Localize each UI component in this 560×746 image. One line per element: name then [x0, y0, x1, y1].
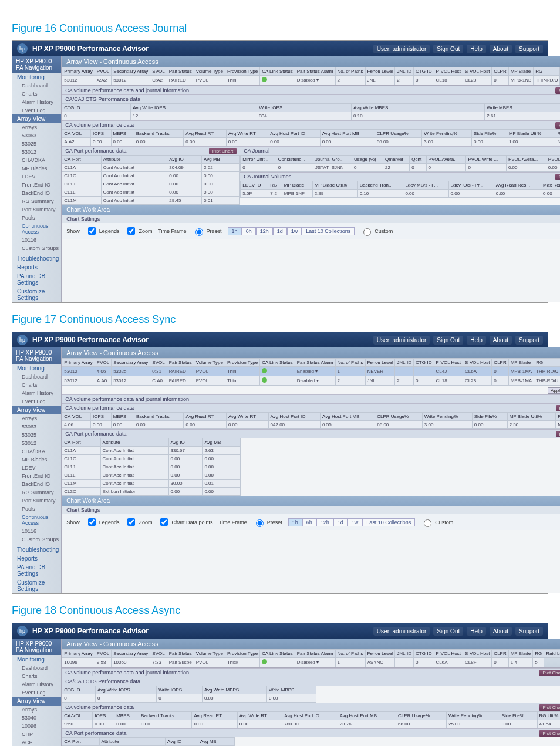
nav-pa-db[interactable]: PA and DB Settings — [12, 563, 61, 578]
tree-53025[interactable]: 53025 — [12, 431, 61, 439]
nav-monitoring[interactable]: Monitoring — [12, 655, 61, 664]
tree-pools[interactable]: Pools — [12, 505, 61, 513]
help-link[interactable]: Help — [467, 627, 486, 636]
nav-event-log[interactable]: Event Log — [12, 397, 61, 406]
about-link[interactable]: About — [490, 627, 512, 636]
plot-chart-button[interactable]: Plot Chart — [539, 730, 560, 737]
support-link[interactable]: Support — [515, 45, 543, 53]
tree-ldev[interactable]: LDEV — [12, 464, 61, 472]
plot-chart-button[interactable]: Plot Chart — [556, 405, 560, 411]
tf-6h[interactable]: 6h — [302, 518, 316, 526]
nav-dashboard[interactable]: Dashboard — [12, 373, 61, 381]
tree-custom[interactable]: Custom Groups — [12, 244, 61, 252]
tree-arrays[interactable]: Arrays — [12, 706, 61, 714]
tree-ca[interactable]: Continuous Access — [12, 513, 61, 527]
help-link[interactable]: Help — [467, 45, 486, 53]
plot-chart-button[interactable]: Plot Chart — [556, 431, 560, 437]
tf-1d[interactable]: 1d — [333, 518, 348, 526]
nav-monitoring[interactable]: Monitoring — [12, 73, 61, 82]
tree-53063[interactable]: 53063 — [12, 131, 61, 140]
tree-10116[interactable]: 10116 — [12, 527, 61, 535]
nav-alarm-history[interactable]: Alarm History — [12, 680, 61, 688]
preset-radio[interactable]: Preset — [253, 518, 282, 527]
tree-custom[interactable]: Custom Groups — [12, 535, 61, 544]
nav-pa-db[interactable]: PA and DB Settings — [12, 272, 61, 287]
tree-be[interactable]: BackEnd IO — [12, 480, 61, 488]
tf-last10[interactable]: Last 10 Collections — [362, 518, 415, 526]
custom-radio[interactable]: Custom — [360, 227, 393, 236]
nav-event-log[interactable]: Event Log — [12, 688, 61, 697]
tree-10116[interactable]: 10116 — [12, 236, 61, 244]
tf-1h[interactable]: 1h — [288, 518, 302, 526]
tree-pools[interactable]: Pools — [12, 214, 61, 222]
nav-dashboard[interactable]: Dashboard — [12, 82, 61, 90]
zoom-checkbox[interactable]: Zoom — [125, 225, 152, 237]
nav-reports[interactable]: Reports — [12, 263, 61, 272]
nav-alarm-history[interactable]: Alarm History — [12, 389, 61, 397]
about-link[interactable]: About — [490, 336, 512, 345]
legends-checkbox[interactable]: Legends — [86, 517, 120, 528]
tree-backend[interactable]: BackEnd IO — [12, 189, 61, 197]
plot-chart-button[interactable]: Plot Chart — [555, 174, 560, 180]
nav-array-view[interactable]: Array View — [12, 406, 61, 414]
nav-troubleshooting[interactable]: Troubleshooting — [12, 254, 61, 263]
tree-rg[interactable]: RG Summary — [12, 488, 61, 497]
tf-6h[interactable]: 6h — [242, 227, 256, 235]
tree-53040[interactable]: 53040 — [12, 714, 61, 722]
tree-port[interactable]: Port Summary — [12, 497, 61, 505]
tree-frontend[interactable]: FrontEnd IO — [12, 181, 61, 189]
help-link[interactable]: Help — [467, 336, 486, 345]
tree-acp[interactable]: ACP — [12, 738, 61, 746]
nav-customize[interactable]: Customize Settings — [12, 578, 61, 593]
plot-chart-button[interactable]: Plot Chart — [555, 87, 560, 94]
tree-rg[interactable]: RG Summary — [12, 197, 61, 205]
about-link[interactable]: About — [490, 45, 512, 53]
tf-12h[interactable]: 12h — [316, 518, 333, 526]
nav-alarm-history[interactable]: Alarm History — [12, 98, 61, 106]
tree-cha[interactable]: CHA/DKA — [12, 156, 61, 164]
signout-link[interactable]: Sign Out — [433, 627, 463, 636]
tree-10096[interactable]: 10096 — [12, 722, 61, 730]
tf-1w[interactable]: 1w — [348, 518, 363, 526]
tree-fe[interactable]: FrontEnd IO — [12, 472, 61, 480]
signout-link[interactable]: Sign Out — [433, 336, 463, 345]
tf-12h[interactable]: 12h — [256, 227, 273, 235]
tree-arrays[interactable]: Arrays — [12, 414, 61, 423]
tf-last10[interactable]: Last 10 Collections — [302, 227, 355, 235]
nav-dashboard[interactable]: Dashboard — [12, 664, 61, 672]
tree-cha[interactable]: CHA/DKA — [12, 447, 61, 455]
plot-chart-button[interactable]: Plot Chart — [539, 670, 560, 676]
nav-reports[interactable]: Reports — [12, 554, 61, 563]
tree-port[interactable]: Port Summary — [12, 205, 61, 214]
chart-data-points-checkbox[interactable]: Chart Data points — [158, 517, 212, 528]
zoom-checkbox[interactable]: Zoom — [125, 517, 152, 528]
support-link[interactable]: Support — [515, 336, 543, 345]
tree-53012[interactable]: 53012 — [12, 439, 61, 447]
tf-1w[interactable]: 1w — [287, 227, 302, 235]
plot-chart-button[interactable]: Plot Chart — [555, 122, 560, 129]
support-link[interactable]: Support — [515, 627, 543, 636]
nav-customize[interactable]: Customize Settings — [12, 287, 61, 302]
nav-event-log[interactable]: Event Log — [12, 106, 61, 114]
apply-settings-button[interactable]: Apply Settings — [548, 387, 560, 394]
tf-1d[interactable]: 1d — [273, 227, 287, 235]
signout-link[interactable]: Sign Out — [433, 45, 463, 53]
legends-checkbox[interactable]: Legends — [86, 225, 120, 237]
tree-mp[interactable]: MP Blades — [12, 455, 61, 464]
nav-charts[interactable]: Charts — [12, 381, 61, 389]
chart-settings-header[interactable]: Chart Settings — [62, 215, 560, 223]
preset-radio[interactable]: Preset — [193, 227, 222, 236]
nav-charts[interactable]: Charts — [12, 672, 61, 680]
nav-array-view[interactable]: Array View — [12, 697, 61, 706]
tree-53063[interactable]: 53063 — [12, 423, 61, 431]
tree-arrays[interactable]: Arrays — [12, 123, 61, 131]
tree-mp-blades[interactable]: MP Blades — [12, 164, 61, 173]
tree-ldev[interactable]: LDEV — [12, 173, 61, 181]
nav-array-view[interactable]: Array View — [12, 114, 61, 123]
tree-chp[interactable]: CHP — [12, 730, 61, 738]
nav-troubleshooting[interactable]: Troubleshooting — [12, 545, 61, 554]
tree-53012[interactable]: 53012 — [12, 148, 61, 156]
tree-ca[interactable]: Continuous Access — [12, 222, 61, 236]
tf-1h[interactable]: 1h — [228, 227, 242, 235]
chart-settings-header[interactable]: Chart Settings — [62, 506, 560, 514]
